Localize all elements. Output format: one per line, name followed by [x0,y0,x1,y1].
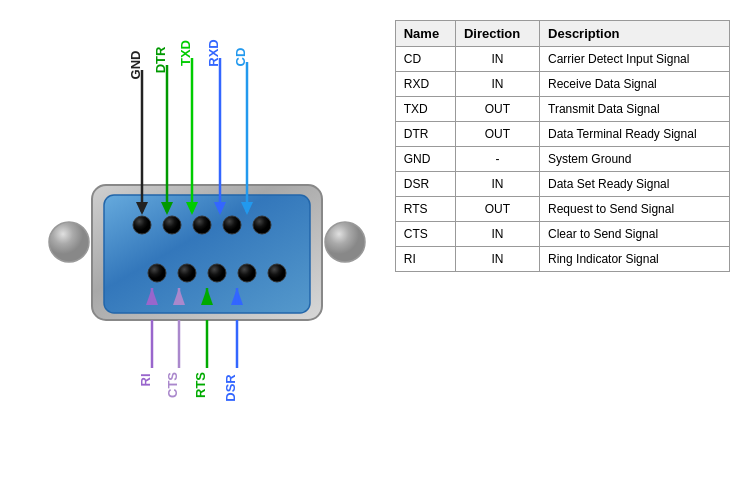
col-description-header: Description [540,21,730,47]
signal-direction: IN [455,222,539,247]
signal-name: RI [395,247,455,272]
svg-point-3 [325,222,365,262]
svg-point-8 [253,216,271,234]
signal-description: Data Set Ready Signal [540,172,730,197]
svg-text:RI: RI [139,374,154,387]
table-row: DTROUTData Terminal Ready Signal [395,122,729,147]
signal-name: RTS [395,197,455,222]
svg-point-2 [49,222,89,262]
table-row: TXDOUTTransmit Data Signal [395,97,729,122]
signal-description: Data Terminal Ready Signal [540,122,730,147]
svg-point-11 [208,264,226,282]
signal-direction: OUT [455,197,539,222]
svg-point-10 [178,264,196,282]
svg-text:RXD: RXD [207,39,222,66]
signal-direction: IN [455,247,539,272]
signal-table-section: Name Direction Description CDINCarrier D… [395,10,730,490]
table-row: DSRINData Set Ready Signal [395,172,729,197]
svg-text:DTR: DTR [154,46,169,73]
svg-point-6 [193,216,211,234]
signal-description: Ring Indicator Signal [540,247,730,272]
signal-direction: IN [455,47,539,72]
table-row: RIINRing Indicator Signal [395,247,729,272]
svg-text:DSR: DSR [224,374,239,402]
svg-text:RTS: RTS [194,372,209,398]
signal-direction: IN [455,72,539,97]
signal-name: DSR [395,172,455,197]
svg-text:GND: GND [129,51,144,80]
signal-direction: - [455,147,539,172]
signal-description: Transmit Data Signal [540,97,730,122]
diagram-svg: GND DTR TXD RXD CD RI CTS RTS [37,10,377,490]
table-row: CDINCarrier Detect Input Signal [395,47,729,72]
col-direction-header: Direction [455,21,539,47]
svg-point-12 [238,264,256,282]
table-row: CTSINClear to Send Signal [395,222,729,247]
svg-text:TXD: TXD [179,40,194,66]
signal-name: CTS [395,222,455,247]
svg-text:CTS: CTS [166,372,181,398]
svg-text:CD: CD [234,48,249,67]
table-row: RTSOUTRequest to Send Signal [395,197,729,222]
col-name-header: Name [395,21,455,47]
signal-name: RXD [395,72,455,97]
table-row: RXDINReceive Data Signal [395,72,729,97]
svg-point-7 [223,216,241,234]
signal-direction: OUT [455,97,539,122]
signal-description: Request to Send Signal [540,197,730,222]
signal-name: GND [395,147,455,172]
svg-point-4 [133,216,151,234]
svg-point-9 [148,264,166,282]
table-header-row: Name Direction Description [395,21,729,47]
signal-table: Name Direction Description CDINCarrier D… [395,20,730,272]
signal-name: DTR [395,122,455,147]
table-row: GND-System Ground [395,147,729,172]
signal-name: CD [395,47,455,72]
signal-description: Receive Data Signal [540,72,730,97]
signal-description: Clear to Send Signal [540,222,730,247]
signal-name: TXD [395,97,455,122]
signal-direction: IN [455,172,539,197]
svg-point-5 [163,216,181,234]
signal-direction: OUT [455,122,539,147]
connector-diagram: GND DTR TXD RXD CD RI CTS RTS [20,10,395,490]
svg-point-13 [268,264,286,282]
signal-description: Carrier Detect Input Signal [540,47,730,72]
signal-description: System Ground [540,147,730,172]
